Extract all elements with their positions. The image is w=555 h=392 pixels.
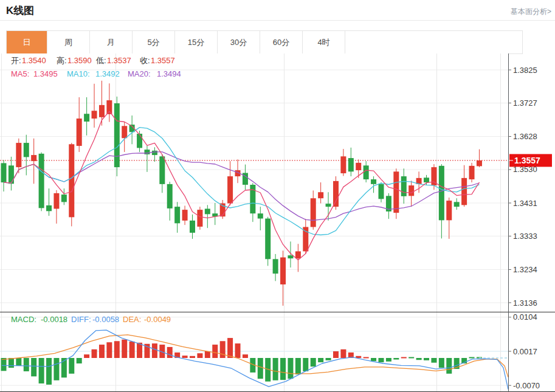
y-axis-label: 1.3136 <box>513 298 537 308</box>
candle-body <box>190 221 195 233</box>
macd-axis-label: -0.0070 <box>513 381 540 390</box>
macd-bar <box>197 353 202 358</box>
candle-body <box>197 210 202 227</box>
candle-body <box>9 165 14 184</box>
ohlc-label: 收: <box>140 56 150 65</box>
candle-body <box>454 202 460 207</box>
ma-label: MA5: <box>11 69 29 78</box>
price-tag-label: 1.3557 <box>514 156 540 165</box>
candle-body <box>446 201 452 220</box>
macd-bar <box>16 358 21 366</box>
candle-body <box>401 176 407 196</box>
candle-body <box>84 114 89 122</box>
macd-axis-label: 0.0104 <box>513 312 537 322</box>
macd-bar <box>53 358 59 380</box>
ohlc-value: 1.3540 <box>22 56 46 65</box>
macd-bar <box>122 340 127 358</box>
macd-bar <box>364 357 369 359</box>
candle-body <box>461 178 467 205</box>
candle-body <box>379 184 384 199</box>
candle-body <box>205 208 210 214</box>
macd-bar <box>182 356 188 358</box>
macd-bar <box>69 358 74 374</box>
candle-body <box>46 205 52 211</box>
candle-body <box>152 151 157 155</box>
macd-bar <box>46 358 52 385</box>
candle-body <box>159 156 165 184</box>
candle-body <box>69 144 74 217</box>
candle-body <box>348 158 354 171</box>
candle-body <box>77 119 82 146</box>
ohlc-label: 高: <box>57 56 67 65</box>
kline-page: K线图 基本面分析> 日周月5分15分30分60分4时 1.38251.3727… <box>0 0 555 392</box>
candle-body <box>31 155 36 161</box>
macd-bar <box>311 358 316 366</box>
macd-bar <box>401 357 407 359</box>
candle-body <box>61 194 67 202</box>
macd-bar <box>288 358 293 379</box>
macd-bar <box>431 358 436 363</box>
macd-bar <box>379 358 384 362</box>
macd-bar <box>39 358 44 383</box>
ma-value: 1.3495 <box>33 69 58 78</box>
candle-body <box>439 166 444 220</box>
candle-body <box>24 143 29 157</box>
macd-bar <box>106 342 112 358</box>
macd-bar <box>227 338 233 358</box>
macd-bar <box>469 357 475 359</box>
ohlc-value: 1.3557 <box>151 56 175 65</box>
candle-body <box>1 163 7 182</box>
macd-bar <box>258 358 263 379</box>
candle-body <box>122 126 127 138</box>
macd-bar <box>92 349 97 358</box>
macd-bar <box>212 345 218 358</box>
candle-body <box>167 184 173 208</box>
macd-bar <box>243 354 248 358</box>
candle-body <box>424 177 429 182</box>
macd-bar <box>31 358 36 376</box>
macd-info-value: -0.0049 <box>144 315 171 324</box>
candle-body <box>106 100 112 114</box>
y-axis-label: 1.3234 <box>513 265 537 274</box>
candle-body <box>311 198 316 227</box>
y-axis-label: 1.3431 <box>513 199 537 208</box>
candle-body <box>326 204 331 207</box>
macd-bar <box>424 358 429 360</box>
macd-bar <box>167 347 173 358</box>
y-axis-label: 1.3333 <box>513 232 537 241</box>
candle-body <box>477 160 482 166</box>
candle-body <box>303 227 308 251</box>
candle-body <box>288 255 293 258</box>
candle-body <box>53 193 59 209</box>
ma-label: MA10: <box>67 69 90 78</box>
ohlc-label: 开: <box>11 56 21 65</box>
ma-value: 1.3494 <box>157 69 181 78</box>
candle-body <box>295 252 301 259</box>
macd-axis-label: 0.0017 <box>513 347 537 356</box>
kline-chart-canvas[interactable]: 1.38251.37271.36281.35301.34311.33331.32… <box>0 0 555 392</box>
macd-bar <box>371 358 376 361</box>
macd-info-value: -0.0058 <box>92 315 119 324</box>
macd-bar <box>24 358 29 371</box>
macd-bar <box>295 358 301 374</box>
candle-body <box>39 154 44 208</box>
candle-body <box>182 210 188 221</box>
candle-body <box>174 207 180 223</box>
candle-body <box>469 166 475 179</box>
macd-bar <box>303 358 308 371</box>
macd-bar <box>333 351 339 358</box>
ohlc-label: 低: <box>95 56 106 65</box>
macd-bar <box>114 341 120 358</box>
macd-bar <box>84 354 89 358</box>
ma-value: 1.3492 <box>95 69 120 78</box>
macd-info-value: -0.0018 <box>41 315 67 324</box>
macd-bar <box>137 343 142 358</box>
macd-bar <box>318 358 323 362</box>
macd-bar <box>280 358 286 380</box>
macd-bar <box>386 358 391 362</box>
candle-body <box>227 176 233 203</box>
macd-bar <box>356 356 361 358</box>
candle-body <box>356 163 361 170</box>
macd-bar <box>439 358 444 368</box>
ma-label: MA20: <box>128 69 151 78</box>
